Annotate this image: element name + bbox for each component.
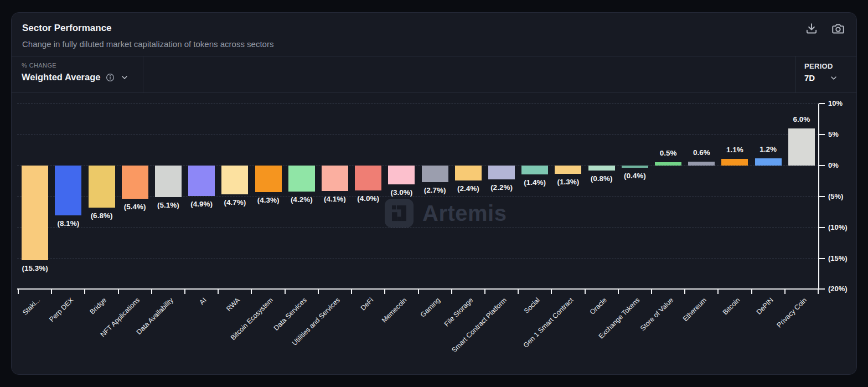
x-axis-category-label: RWA — [225, 296, 241, 313]
x-axis-tick — [251, 289, 252, 294]
sector-performance-card: Sector Performance Change in fully dilut… — [11, 12, 857, 375]
bar[interactable] — [655, 162, 681, 166]
bar[interactable] — [388, 166, 415, 184]
x-axis-tick — [518, 289, 519, 294]
x-axis-category-label: Gaming — [419, 296, 442, 319]
y-axis-tick — [819, 165, 825, 166]
y-axis-tick — [819, 288, 825, 290]
bar-chart: (15.3%)Staki...(8.1%)Perp DEX(6.8%)Bridg… — [12, 13, 856, 374]
bar[interactable] — [322, 166, 348, 191]
x-axis-category-label: Perp DEX — [48, 296, 75, 323]
x-axis-category-label: Smart Contract Platform — [450, 296, 508, 354]
x-axis-tick — [717, 289, 719, 294]
gridline — [17, 135, 818, 135]
bar-value-label: (0.4%) — [610, 172, 660, 180]
x-axis-tick — [784, 289, 786, 294]
bar[interactable] — [122, 166, 148, 199]
bar[interactable] — [622, 166, 648, 168]
bar[interactable] — [155, 166, 182, 197]
bar[interactable] — [188, 166, 215, 196]
bar-value-label: (8.1%) — [43, 219, 93, 228]
bar[interactable] — [255, 166, 282, 192]
bar[interactable] — [688, 162, 715, 166]
x-axis-category-label: Data Availability — [135, 296, 175, 336]
x-axis-line — [17, 288, 818, 290]
y-axis-tick — [819, 103, 825, 104]
x-axis-category-label: DeFi — [359, 296, 375, 312]
x-axis-tick — [384, 289, 385, 294]
bar[interactable] — [488, 166, 515, 179]
x-axis-tick — [351, 289, 352, 294]
x-axis-tick — [585, 289, 586, 294]
x-axis-category-label: Ethereum — [681, 296, 708, 323]
bar[interactable] — [355, 166, 381, 190]
x-axis-category-label: DePIN — [755, 296, 775, 316]
y-axis-tick-label: (10%) — [828, 223, 848, 231]
y-axis-tick — [819, 227, 825, 228]
x-axis-tick — [184, 289, 185, 294]
y-axis-tick-label: (20%) — [828, 285, 848, 293]
x-axis-tick — [285, 289, 286, 294]
bar-value-label: 1.2% — [743, 145, 793, 153]
bar[interactable] — [555, 166, 581, 174]
x-axis-category-label: Data Services — [272, 296, 308, 332]
x-axis-category-label: Staki... — [21, 296, 42, 317]
x-axis-category-label: Bitcoin — [721, 296, 741, 316]
y-axis-tick-label: 5% — [828, 130, 839, 138]
x-axis-category-label: Store of Value — [639, 296, 675, 332]
bar[interactable] — [521, 166, 548, 174]
bar[interactable] — [455, 166, 482, 180]
y-axis-tick — [819, 134, 825, 135]
x-axis-tick — [318, 289, 319, 294]
x-axis-category-label: Oracle — [588, 296, 608, 316]
bar[interactable] — [721, 159, 748, 166]
bar[interactable] — [422, 166, 448, 182]
y-axis-tick-label: (5%) — [828, 192, 843, 200]
x-axis-category-label: Memecoin — [380, 296, 409, 324]
bar[interactable] — [22, 166, 48, 260]
bar[interactable] — [55, 166, 81, 215]
bar[interactable] — [288, 166, 315, 192]
x-axis-category-label: Social — [523, 296, 541, 315]
y-axis-tick — [819, 196, 825, 197]
x-axis-tick — [818, 289, 819, 294]
x-axis-category-label: Bridge — [89, 296, 108, 316]
x-axis-tick — [684, 289, 685, 294]
x-axis-tick — [118, 289, 119, 294]
x-axis-tick — [151, 289, 152, 294]
x-axis-category-label: Privacy Coin — [775, 296, 808, 329]
x-axis-tick — [618, 289, 619, 294]
bar-value-label: (6.8%) — [77, 211, 127, 220]
x-axis-tick — [451, 289, 452, 294]
x-axis-category-label: File Storage — [443, 296, 475, 328]
x-axis-tick — [51, 289, 52, 294]
gridline — [17, 104, 818, 104]
x-axis-tick — [18, 289, 19, 294]
x-axis-tick — [551, 289, 552, 294]
gridline — [17, 259, 818, 259]
bar[interactable] — [755, 158, 782, 166]
y-axis-tick — [819, 258, 825, 259]
x-axis-tick — [651, 289, 652, 294]
y-axis-tick-label: (15%) — [828, 254, 848, 262]
bar[interactable] — [221, 166, 248, 194]
bar[interactable] — [788, 128, 815, 166]
x-axis-category-label: AI — [198, 296, 208, 306]
x-axis-tick — [484, 289, 485, 294]
x-axis-tick — [418, 289, 419, 294]
y-axis-tick-label: 0% — [828, 161, 839, 169]
bar-value-label: (15.3%) — [10, 264, 60, 272]
x-axis-tick — [218, 289, 219, 294]
x-axis-tick — [84, 289, 85, 294]
y-axis-tick-label: 10% — [828, 99, 843, 107]
bar[interactable] — [588, 166, 615, 171]
x-axis-tick — [751, 289, 752, 294]
gridline — [17, 228, 818, 228]
bar[interactable] — [89, 166, 115, 208]
